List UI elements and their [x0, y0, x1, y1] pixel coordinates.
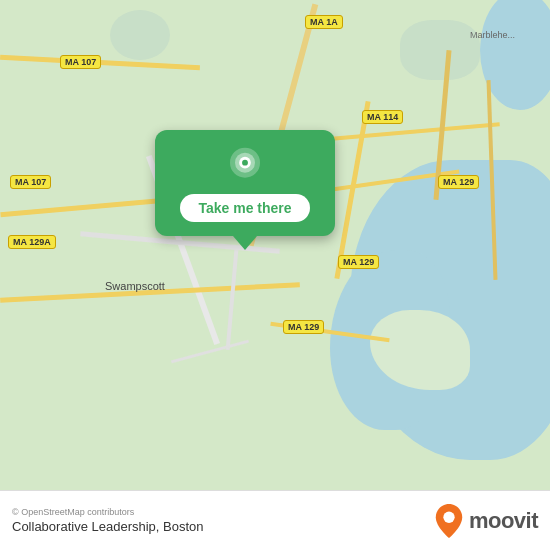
route-badge-ma129-mid: MA 129: [338, 255, 379, 269]
map-container: MA 107 MA 107 MA 1A MA 114 MA 129 MA 129…: [0, 0, 550, 490]
route-badge-ma107-left: MA 107: [10, 175, 51, 189]
route-badge-ma107-top: MA 107: [60, 55, 101, 69]
location-popup: Take me there: [155, 130, 335, 236]
moovit-pin-icon: [435, 504, 463, 538]
route-badge-ma129-right: MA 129: [438, 175, 479, 189]
route-badge-ma129-low: MA 129: [283, 320, 324, 334]
map-background: MA 107 MA 107 MA 1A MA 114 MA 129 MA 129…: [0, 0, 550, 490]
road-swampscott-area: [171, 340, 249, 364]
svg-point-3: [242, 160, 248, 166]
park-area-2: [400, 20, 480, 80]
location-name: Collaborative Leadership, Boston: [12, 519, 204, 534]
road-mid-v: [226, 250, 239, 350]
swampscott-label: Swampscott: [105, 280, 165, 292]
marblehe-label: Marblehe...: [470, 30, 515, 40]
route-badge-ma1a: MA 1A: [305, 15, 343, 29]
moovit-logo: moovit: [435, 504, 538, 538]
road-right-h2: [320, 122, 500, 142]
route-badge-ma114: MA 114: [362, 110, 403, 124]
location-pin-icon: [225, 146, 265, 186]
copyright-text: © OpenStreetMap contributors: [12, 507, 204, 517]
svg-point-4: [443, 511, 454, 522]
take-me-there-button[interactable]: Take me there: [180, 194, 309, 222]
bottom-bar: © OpenStreetMap contributors Collaborati…: [0, 490, 550, 550]
bottom-left-section: © OpenStreetMap contributors Collaborati…: [12, 507, 204, 534]
park-area-1: [110, 10, 170, 60]
route-badge-ma129a: MA 129A: [8, 235, 56, 249]
moovit-wordmark: moovit: [469, 508, 538, 534]
